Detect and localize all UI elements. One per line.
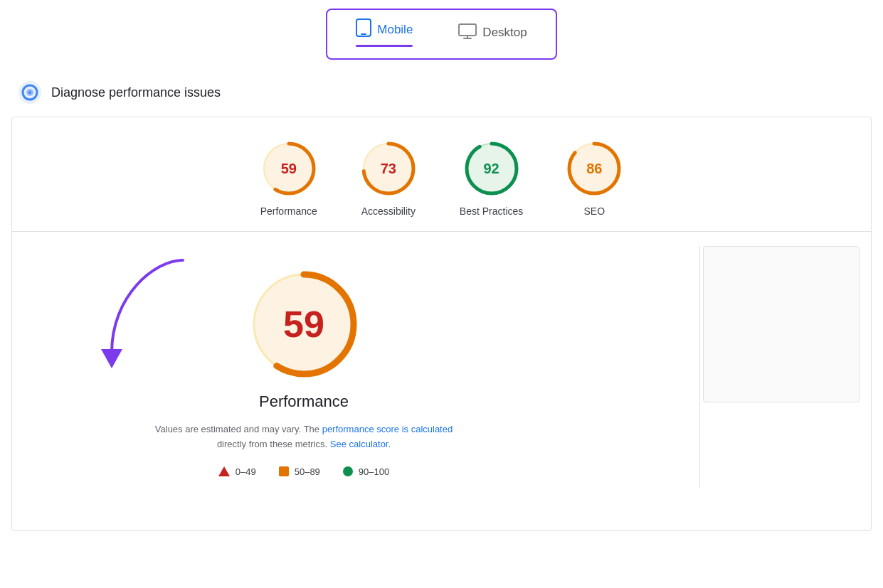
tab-bar: Mobile Desktop <box>0 0 883 60</box>
large-score-value: 59 <box>283 303 324 346</box>
good-range: 90–100 <box>359 466 389 477</box>
diagnose-title: Diagnose performance issues <box>51 85 221 100</box>
gauge-best-practices: 92 <box>463 140 520 197</box>
medium-icon <box>279 466 289 476</box>
perf-score-link[interactable]: performance score is calculated <box>322 424 453 434</box>
right-panel <box>703 246 860 402</box>
mobile-icon <box>356 18 371 41</box>
vertical-divider <box>699 246 700 488</box>
diagnose-icon <box>17 80 43 105</box>
legend-row: 0–49 50–89 90–100 <box>218 466 389 477</box>
score-desc-text2: directly from these metrics. <box>217 439 330 449</box>
desktop-icon <box>458 23 477 43</box>
legend-bad: 0–49 <box>218 466 256 477</box>
medium-range: 50–89 <box>295 466 320 477</box>
score-desc-period: . <box>388 439 391 449</box>
score-item-accessibility: 73 Accessibility <box>360 140 417 217</box>
legend-good: 90–100 <box>343 466 389 477</box>
gauge-seo: 86 <box>566 140 623 197</box>
tab-container: Mobile Desktop <box>326 9 556 60</box>
large-score-label: Performance <box>259 392 349 411</box>
tab-mobile[interactable]: Mobile <box>344 16 424 53</box>
score-desc-text1: Values are estimated and may vary. The <box>155 424 322 434</box>
score-item-performance: 59 Performance <box>260 140 317 217</box>
performance-label: Performance <box>260 205 317 217</box>
calculator-link[interactable]: See calculator <box>330 439 388 449</box>
svg-point-8 <box>28 91 31 94</box>
legend-medium: 50–89 <box>279 466 320 477</box>
bad-icon <box>218 466 230 476</box>
tab-desktop[interactable]: Desktop <box>447 21 538 48</box>
mobile-tab-label: Mobile <box>377 23 413 37</box>
score-item-best-practices: 92 Best Practices <box>460 140 523 217</box>
performance-value: 59 <box>281 161 297 177</box>
mobile-tab-underline <box>356 45 413 47</box>
seo-label: SEO <box>584 205 606 217</box>
arrow-area <box>69 239 211 384</box>
lower-area: 59 Performance Values are estimated and … <box>12 232 871 530</box>
large-gauge: 59 <box>247 267 361 381</box>
good-icon <box>343 466 353 476</box>
gauge-accessibility: 73 <box>360 140 417 197</box>
score-description: Values are estimated and may vary. The p… <box>154 422 453 452</box>
best-practices-value: 92 <box>483 161 499 177</box>
accessibility-value: 73 <box>381 161 396 177</box>
seo-value: 86 <box>586 161 602 177</box>
desktop-tab-label: Desktop <box>482 26 527 40</box>
scores-row: 59 Performance 73 Accessibility <box>12 117 871 231</box>
svg-rect-2 <box>459 24 476 36</box>
gauge-performance: 59 <box>260 140 317 197</box>
svg-marker-17 <box>101 349 122 368</box>
score-item-seo: 86 SEO <box>566 140 623 217</box>
accessibility-label: Accessibility <box>361 205 416 217</box>
bad-range: 0–49 <box>236 466 256 477</box>
best-practices-label: Best Practices <box>460 205 523 217</box>
diagnose-row: Diagnose performance issues <box>0 71 883 117</box>
scores-panel: 59 Performance 73 Accessibility <box>11 117 872 531</box>
